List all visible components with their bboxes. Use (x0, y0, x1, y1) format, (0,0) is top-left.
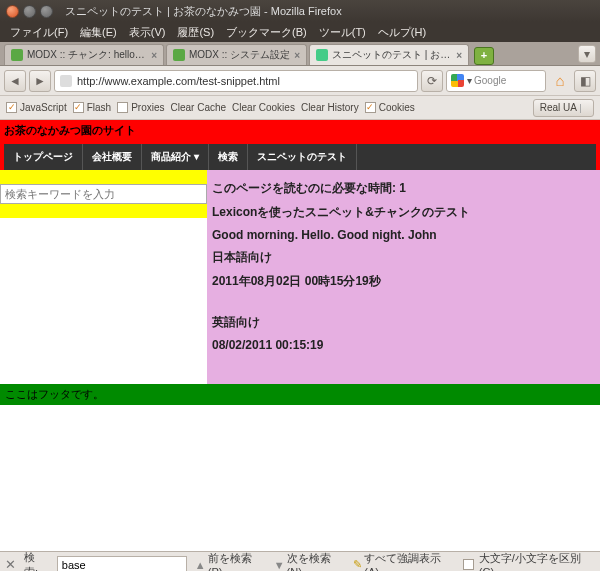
nav-toolbar: ◄ ► http://www.example.com/test-snippet.… (0, 66, 600, 96)
page-favicon-icon (60, 75, 72, 87)
page-viewport: お茶のなかみつ園のサイト トップページ 会社概要 商品紹介 ▾ 検索 スニペット… (0, 120, 600, 498)
maximize-window-icon[interactable] (40, 5, 53, 18)
minimize-window-icon[interactable] (23, 5, 36, 18)
find-bar: ✕ 検索: ▲前を検索(P) ▼次を検索(N) ✎すべて強調表示(A) 大文字/… (0, 551, 600, 571)
nav-snippet-test[interactable]: スニペットのテスト (248, 144, 357, 170)
toggle-javascript[interactable]: JavaScript (6, 102, 67, 113)
nav-products[interactable]: 商品紹介 ▾ (142, 144, 209, 170)
site-search-input[interactable] (0, 184, 207, 204)
tab-0[interactable]: MODX :: チャンク: helloworld× (4, 44, 164, 65)
content-line: 08/02/2011 00:15:19 (212, 338, 595, 352)
site-header: お茶のなかみつ園のサイト トップページ 会社概要 商品紹介 ▾ 検索 スニペット… (0, 120, 600, 170)
find-next-button[interactable]: ▼次を検索(N) (274, 551, 346, 571)
menu-history[interactable]: 履歴(S) (171, 23, 220, 42)
sidebar-accent-top (0, 170, 207, 184)
nav-company[interactable]: 会社概要 (83, 144, 142, 170)
nav-top[interactable]: トップページ (4, 144, 83, 170)
app-menubar: ファイル(F) 編集(E) 表示(V) 履歴(S) ブックマーク(B) ツール(… (0, 22, 600, 42)
sidebar (0, 170, 207, 384)
url-bar[interactable]: http://www.example.com/test-snippet.html (54, 70, 418, 92)
window-titlebar: スニペットのテスト | お茶のなかみつ園 - Mozilla Firefox (0, 0, 600, 22)
highlight-all-button[interactable]: ✎すべて強調表示(A) (353, 551, 455, 571)
close-tab-icon[interactable]: × (151, 50, 157, 61)
search-box[interactable]: ▾Google (446, 70, 546, 92)
favicon-icon (316, 49, 328, 61)
menu-help[interactable]: ヘルプ(H) (372, 23, 432, 42)
close-window-icon[interactable] (6, 5, 19, 18)
find-prev-button[interactable]: ▲前を検索(P) (195, 551, 266, 571)
site-nav: トップページ 会社概要 商品紹介 ▾ 検索 スニペットのテスト (4, 144, 596, 170)
site-title: お茶のなかみつ園のサイト (4, 123, 596, 138)
tab-1[interactable]: MODX :: システム設定× (166, 44, 307, 65)
menu-file[interactable]: ファイル(F) (4, 23, 74, 42)
home-button[interactable]: ⌂ (549, 70, 571, 92)
favicon-icon (11, 49, 23, 61)
tab-2[interactable]: スニペットのテスト | お茶のな…× (309, 44, 469, 65)
content-line: 日本語向け (212, 249, 595, 266)
back-button[interactable]: ◄ (4, 70, 26, 92)
close-findbar-icon[interactable]: ✕ (5, 557, 16, 571)
toggle-proxies[interactable]: Proxies (117, 102, 164, 113)
clear-cookies-button[interactable]: Clear Cookies (232, 102, 295, 113)
menu-bookmarks[interactable]: ブックマーク(B) (220, 23, 313, 42)
close-tab-icon[interactable]: × (294, 50, 300, 61)
viewport-whitespace (0, 498, 600, 551)
main-content: このページを読むのに必要な時間: 1 Lexiconを使ったスニペット&チャンク… (207, 170, 600, 384)
find-input[interactable] (57, 556, 187, 572)
extension-button[interactable]: ◧ (574, 70, 596, 92)
new-tab-button[interactable]: + (474, 47, 494, 65)
clear-history-button[interactable]: Clear History (301, 102, 359, 113)
useragent-select[interactable]: Real UA (533, 99, 594, 117)
close-tab-icon[interactable]: × (456, 50, 462, 61)
menu-edit[interactable]: 編集(E) (74, 23, 123, 42)
sidebar-accent-bottom (0, 204, 207, 218)
forward-button[interactable]: ► (29, 70, 51, 92)
content-line: このページを読むのに必要な時間: 1 (212, 180, 595, 197)
google-icon (451, 74, 464, 87)
favicon-icon (173, 49, 185, 61)
webdev-toolbar: JavaScript Flash Proxies Clear Cache Cle… (0, 96, 600, 120)
content-line: Good morning. Hello. Good night. John (212, 228, 595, 242)
menu-view[interactable]: 表示(V) (123, 23, 172, 42)
content-line: Lexiconを使ったスニペット&チャンクのテスト (212, 204, 595, 221)
menu-tools[interactable]: ツール(T) (313, 23, 372, 42)
toggle-flash[interactable]: Flash (73, 102, 111, 113)
reload-button[interactable]: ⟳ (421, 70, 443, 92)
tabs-dropdown-icon[interactable]: ▾ (578, 45, 596, 63)
toggle-cookies[interactable]: Cookies (365, 102, 415, 113)
window-title: スニペットのテスト | お茶のなかみつ園 - Mozilla Firefox (65, 4, 342, 19)
nav-search[interactable]: 検索 (209, 144, 248, 170)
find-label: 検索: (24, 550, 49, 572)
site-footer: ここはフッタです。 (0, 384, 600, 405)
content-line: 英語向け (212, 314, 595, 331)
content-line: 2011年08月02日 00時15分19秒 (212, 273, 595, 290)
browser-tabs: MODX :: チャンク: helloworld× MODX :: システム設定… (0, 42, 600, 66)
match-case-toggle[interactable]: 大文字/小文字を区別(C) (463, 551, 595, 571)
clear-cache-button[interactable]: Clear Cache (171, 102, 227, 113)
